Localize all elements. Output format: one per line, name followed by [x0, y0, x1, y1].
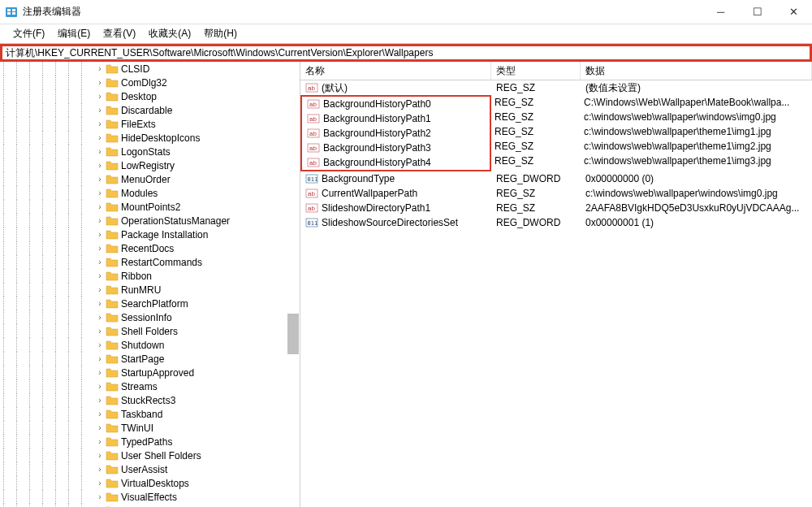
column-type[interactable]: 类型 — [491, 62, 581, 80]
tree-item[interactable]: ›StartPage — [3, 352, 300, 366]
tree-item[interactable]: ›Shell Folders — [3, 324, 300, 338]
tree-item[interactable]: ›SessionInfo — [3, 310, 300, 324]
value-row[interactable]: REG_SZc:\windows\web\wallpaper\theme1\im… — [490, 139, 812, 154]
tree-item[interactable]: ›Modules — [3, 186, 300, 200]
tree-item[interactable]: ›CLSID — [3, 62, 300, 76]
expand-icon[interactable]: › — [94, 244, 106, 253]
tree-item[interactable]: ›HideDesktopIcons — [3, 131, 300, 145]
expand-icon[interactable]: › — [94, 258, 106, 266]
tree-item[interactable]: ›RestartCommands — [3, 255, 300, 269]
value-row[interactable]: abCurrentWallpaperPathREG_SZc:\windows\w… — [300, 186, 812, 201]
value-data: (数值未设置) — [581, 80, 812, 96]
maximize-button[interactable]: ☐ — [739, 0, 775, 24]
tree-item[interactable]: ›User Shell Folders — [3, 448, 300, 462]
expand-icon[interactable]: › — [94, 133, 106, 142]
tree-item[interactable]: ›TWinUI — [3, 421, 300, 435]
tree-item[interactable]: ›LogonStats — [3, 145, 300, 158]
expand-icon[interactable]: › — [94, 230, 106, 239]
expand-icon[interactable]: › — [94, 161, 106, 170]
expand-icon[interactable]: › — [94, 202, 106, 211]
value-data: 0x00000001 (1) — [581, 216, 812, 229]
value-type: REG_SZ — [490, 96, 579, 109]
expand-icon[interactable]: › — [94, 340, 106, 349]
tree-item-label: HideDesktopIcons — [121, 132, 200, 144]
tree-item-label: User Shell Folders — [121, 450, 201, 462]
expand-icon[interactable]: › — [94, 299, 106, 308]
tree-item[interactable]: ›ComDlg32 — [3, 76, 300, 89]
tree-scrollbar-thumb[interactable] — [287, 314, 299, 354]
expand-icon[interactable]: › — [94, 465, 106, 474]
tree-item[interactable]: ›RunMRU — [3, 283, 300, 297]
expand-icon[interactable]: › — [94, 479, 106, 488]
tree-item[interactable]: ›Ribbon — [3, 269, 300, 283]
tree-pane[interactable]: ›CLSID›ComDlg32›Desktop›Discardable›File… — [0, 62, 300, 507]
tree-item-label: StuckRects3 — [121, 395, 175, 406]
tree-item[interactable]: ›StartupApproved — [3, 366, 300, 379]
menu-edit[interactable]: 编辑(E) — [51, 25, 97, 42]
expand-icon[interactable]: › — [94, 175, 106, 184]
tree-item[interactable]: ›SearchPlatform — [3, 297, 300, 310]
tree-item[interactable]: ›Desktop — [3, 89, 300, 103]
tree-item[interactable]: ›Shutdown — [3, 338, 300, 352]
value-name: BackgroundHistoryPath1 — [323, 113, 431, 124]
menu-file[interactable]: 文件(F) — [6, 25, 51, 42]
tree-item[interactable]: ›Wallpaper — [3, 504, 300, 507]
expand-icon[interactable]: › — [94, 354, 106, 363]
tree-item[interactable]: ›MountPoints2 — [3, 200, 300, 214]
tree-item[interactable]: ›MenuOrder — [3, 172, 300, 186]
close-button[interactable]: ✕ — [775, 0, 812, 24]
value-row[interactable]: 011SlideshowSourceDirectoriesSetREG_DWOR… — [300, 215, 812, 230]
expand-icon[interactable]: › — [94, 451, 106, 460]
value-row[interactable]: abSlideshowDirectoryPath1REG_SZ2AAFA8BVI… — [300, 201, 812, 215]
value-row[interactable]: REG_SZc:\windows\web\wallpaper\theme1\im… — [490, 124, 812, 139]
minimize-button[interactable]: ─ — [702, 0, 739, 24]
expand-icon[interactable]: › — [94, 78, 106, 87]
menu-help[interactable]: 帮助(H) — [197, 25, 244, 42]
tree-item[interactable]: ›RecentDocs — [3, 241, 300, 255]
tree-item[interactable]: ›VisualEffects — [3, 490, 300, 504]
value-row[interactable]: REG_SZc:\windows\web\wallpaper\windows\i… — [490, 110, 812, 124]
expand-icon[interactable]: › — [94, 423, 106, 432]
tree-item[interactable]: ›FileExts — [3, 117, 300, 131]
tree-item[interactable]: ›UserAssist — [3, 462, 300, 476]
value-name: BackgroundHistoryPath2 — [323, 128, 431, 139]
expand-icon[interactable]: › — [94, 188, 106, 197]
address-bar[interactable]: 计算机\HKEY_CURRENT_USER\Software\Microsoft… — [0, 44, 812, 62]
expand-icon[interactable]: › — [94, 327, 106, 336]
expand-icon[interactable]: › — [94, 119, 106, 128]
expand-icon[interactable]: › — [94, 285, 106, 294]
tree-item[interactable]: ›Streams — [3, 379, 300, 393]
expand-icon[interactable]: › — [94, 106, 106, 115]
expand-icon[interactable]: › — [94, 410, 106, 418]
tree-item-label: Shell Folders — [121, 326, 178, 337]
expand-icon[interactable]: › — [94, 492, 106, 501]
column-data[interactable]: 数据 — [581, 62, 812, 80]
tree-item[interactable]: ›Taskband — [3, 407, 300, 421]
tree-item[interactable]: ›Package Installation — [3, 228, 300, 241]
expand-icon[interactable]: › — [94, 271, 106, 280]
value-row[interactable]: ab(默认)REG_SZ(数值未设置) — [300, 80, 812, 95]
column-name[interactable]: 名称 — [300, 62, 491, 80]
expand-icon[interactable]: › — [94, 368, 106, 377]
expand-icon[interactable]: › — [94, 147, 106, 156]
tree-item[interactable]: ›LowRegistry — [3, 158, 300, 172]
menu-view[interactable]: 查看(V) — [97, 25, 142, 42]
tree-item[interactable]: ›TypedPaths — [3, 435, 300, 448]
expand-icon[interactable]: › — [94, 382, 106, 391]
expand-icon[interactable]: › — [94, 437, 106, 446]
menu-favorites[interactable]: 收藏夹(A) — [142, 25, 197, 42]
svg-text:ab: ab — [309, 145, 317, 152]
expand-icon[interactable]: › — [94, 216, 106, 225]
expand-icon[interactable]: › — [94, 396, 106, 405]
tree-item[interactable]: ›OperationStatusManager — [3, 214, 300, 228]
value-row[interactable]: 011BackgroundTypeREG_DWORD0x00000000 (0) — [300, 171, 812, 186]
expand-icon[interactable]: › — [94, 64, 106, 73]
svg-text:ab: ab — [309, 101, 317, 108]
tree-item[interactable]: ›VirtualDesktops — [3, 476, 300, 490]
value-row[interactable]: REG_SZC:\Windows\Web\Wallpaper\MateBook\… — [490, 95, 812, 110]
expand-icon[interactable]: › — [94, 313, 106, 322]
value-row[interactable]: REG_SZc:\windows\web\wallpaper\theme1\im… — [490, 154, 812, 168]
tree-item[interactable]: ›StuckRects3 — [3, 393, 300, 407]
tree-item[interactable]: ›Discardable — [3, 103, 300, 117]
expand-icon[interactable]: › — [94, 92, 106, 101]
